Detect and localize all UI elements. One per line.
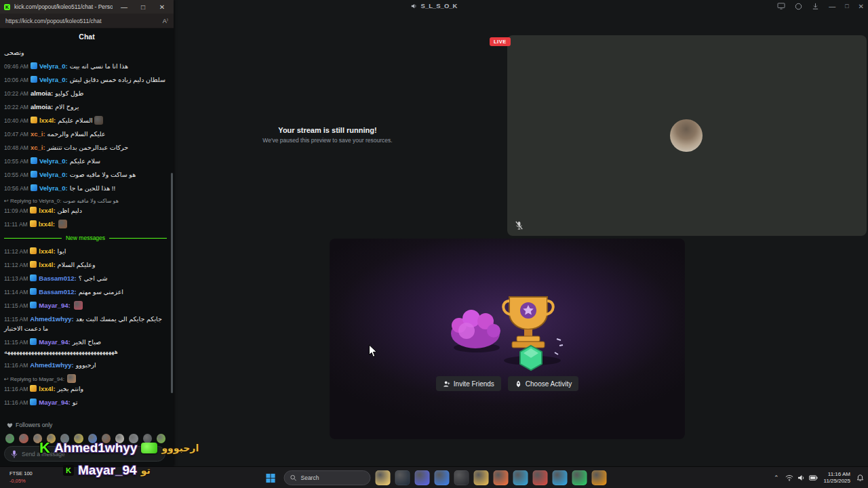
message-username[interactable]: lxx4l: [39, 117, 56, 124]
taskbar-app-prime-video[interactable] [592, 470, 607, 485]
message-username[interactable]: Mayar_94: [39, 399, 70, 406]
message-username[interactable]: lxx4l: [39, 207, 55, 214]
taskbar-app-discord[interactable] [415, 470, 430, 485]
emote-red-icon[interactable] [19, 434, 28, 443]
taskbar-app-folder[interactable] [474, 470, 489, 485]
message-text: طول كوليو [55, 89, 83, 97]
read-aloud-icon[interactable]: A⁾ [163, 18, 168, 24]
message-username[interactable]: almoia: [31, 89, 53, 97]
browser-minimize-button[interactable]: — [117, 3, 132, 11]
message-username[interactable]: Mayar_94: [39, 302, 70, 309]
chat-message[interactable]: 11:12 AMlxx4l:وعليكم السلام [4, 258, 167, 272]
emote-gray-icon[interactable] [129, 434, 138, 443]
message-username[interactable]: xc_i: [31, 130, 45, 138]
chat-message[interactable]: 11:11 AMlxx4l: [4, 218, 167, 231]
emote-tan-icon[interactable] [33, 434, 42, 443]
chat-message[interactable]: 11:15 AMMayar_94:صباح الخير هههههههههههه… [4, 336, 167, 359]
emote-green-icon[interactable] [5, 434, 14, 443]
screen-icon[interactable] [777, 3, 785, 9]
chat-message[interactable]: 09:46 AMVelyra_0:هذا انا ما نسي انه بيت [4, 60, 167, 73]
message-username[interactable]: almoia: [31, 103, 53, 110]
choose-activity-button[interactable]: Choose Activity [508, 376, 578, 391]
message-username[interactable]: lxx4l: [39, 261, 55, 268]
chat-message[interactable]: 10:55 AMVelyra_0:هو ساكت ولا مافيه صوت [4, 168, 167, 182]
chat-message[interactable]: 10:40 AMlxx4l:السلام عليكم [4, 114, 167, 127]
message-username[interactable]: Bassam012: [39, 288, 76, 296]
url-text[interactable]: https://kick.com/popout/koleo511/chat [5, 18, 163, 24]
chat-message[interactable]: ↩ Replying to Velyra_0: هو ساكت ولا مافي… [4, 195, 167, 218]
chat-message[interactable]: 11:16 AMAhmed1whyy:ارحبووو [4, 359, 167, 372]
system-tray[interactable] [785, 474, 818, 481]
emote-steel-icon[interactable] [60, 434, 69, 443]
taskbar-app-whatsapp[interactable] [572, 470, 587, 485]
message-username[interactable]: Mayar_94: [39, 338, 70, 346]
message-username[interactable]: Ahmed1whyy: [30, 361, 73, 369]
camera-tile[interactable] [507, 35, 867, 236]
close-button[interactable]: ✕ [859, 3, 864, 10]
browser-close-button[interactable]: ✕ [155, 3, 170, 11]
emote-gold-icon[interactable] [47, 434, 56, 443]
chat-message[interactable]: 10:22 AMalmoia:يروح الام [4, 100, 167, 114]
invite-friends-button[interactable]: Invite Friends [436, 376, 501, 391]
chat-message[interactable]: 10:56 AMVelyra_0:!! هذا للحين ما جا [4, 182, 167, 195]
chat-message[interactable]: ↩ Replying to Mayar_94: 11:16 AMlxx4l:وا… [4, 372, 167, 396]
message-username[interactable]: Bassam012: [39, 274, 76, 282]
taskbar-app-obs[interactable] [454, 470, 469, 485]
message-username[interactable]: Velyra_0: [39, 76, 68, 83]
chat-message[interactable]: 10:48 AMxc_i:حركات عبدالرحمن بدات تتنشر [4, 141, 167, 155]
emote-lime-icon[interactable] [157, 434, 165, 443]
message-username[interactable]: lxx4l: [39, 247, 55, 255]
chat-message[interactable]: 10:22 AMalmoia:طول كوليو [4, 87, 167, 100]
stocks-widget[interactable]: FTSE 100 -0,05% [9, 470, 33, 485]
message-username[interactable]: Ahmed1whyy: [30, 315, 73, 323]
emote-light-icon[interactable] [115, 434, 124, 443]
message-username[interactable]: Velyra_0: [39, 62, 68, 70]
chat-input[interactable]: Send a message [4, 446, 165, 462]
start-button[interactable] [262, 469, 279, 487]
minimize-button[interactable]: — [829, 3, 835, 10]
browser-urlbar[interactable]: https://kick.com/popout/koleo511/chat A⁾ [0, 14, 174, 28]
gift-icon[interactable] [795, 3, 802, 10]
chat-message[interactable]: 10:55 AMVelyra_0:سلام عليكم [4, 155, 167, 168]
download-icon[interactable] [812, 3, 819, 10]
taskbar-clock[interactable]: 11:16 AM 11/25/2025 [824, 471, 850, 485]
chat-message[interactable]: 11:14 AMBassam012:اعزمني سو مهتم [4, 285, 167, 299]
chat-message[interactable]: 11:15 AMMayar_94: [4, 299, 167, 312]
message-username[interactable]: xc_i: [31, 144, 45, 151]
maximize-button[interactable]: □ [845, 3, 848, 9]
taskbar-app-app-red[interactable] [533, 470, 548, 485]
chat-message[interactable]: 11:15 AMAhmed1whyy:جايكم جايكم الي يمسك … [4, 312, 167, 336]
notification-bell-icon[interactable] [856, 474, 864, 482]
message-username[interactable]: Velyra_0: [39, 157, 68, 165]
message-username[interactable]: Velyra_0: [39, 171, 68, 178]
message-username[interactable]: Velyra_0: [39, 184, 68, 192]
taskbar-app-steam[interactable] [395, 470, 410, 485]
browser-titlebar[interactable]: K kick.com/popout/koleo511/chat - Perso.… [0, 0, 174, 14]
tray-expand-chevron-icon[interactable]: ⌃ [774, 474, 779, 481]
emote-dark-icon[interactable] [143, 434, 152, 443]
chat-message[interactable]: 10:06 AMVelyra_0:سلطان دليم زياده خمس دق… [4, 73, 167, 87]
message-timestamp: 11:15 AM [4, 316, 28, 323]
chat-message-partial[interactable]: وتصحى [4, 46, 167, 60]
emote-blue-icon[interactable] [88, 434, 97, 443]
message-text: ارحبووو [76, 361, 96, 369]
emote-brown-icon[interactable] [102, 434, 111, 443]
message-username[interactable]: lxx4l: [39, 385, 55, 392]
chat-message[interactable]: 11:13 AMBassam012:شي اجي ؟ [4, 272, 167, 285]
chat-scrollbar[interactable] [171, 173, 173, 393]
taskbar-app-photos[interactable] [435, 470, 450, 485]
message-username[interactable]: lxx4l: [39, 220, 55, 228]
taskbar-search[interactable]: Search [284, 470, 371, 485]
emote-yellow-icon[interactable] [74, 434, 83, 443]
taskbar-app-file-explorer[interactable] [376, 470, 391, 485]
taskbar-app-firefox[interactable] [494, 470, 509, 485]
taskbar-app-telegram[interactable] [553, 470, 568, 485]
chat-message[interactable]: 11:12 AMlxx4l:ايوا [4, 245, 167, 258]
chat-message[interactable]: 11:16 AMMayar_94:تو [4, 396, 167, 409]
taskbar-app-edge[interactable] [513, 470, 528, 485]
divider-line [109, 238, 167, 239]
moderator-badge-icon [31, 184, 37, 191]
chat-message[interactable]: 10:47 AMxc_i:عليكم السلام والرحمه [4, 127, 167, 141]
browser-maximize-button[interactable]: □ [136, 3, 151, 11]
voice-input-icon[interactable] [11, 450, 18, 458]
